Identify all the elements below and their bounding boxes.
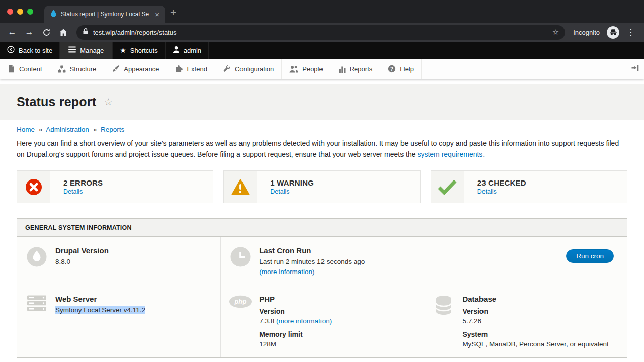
extend-icon <box>175 65 183 73</box>
menu-item-extend[interactable]: Extend <box>167 59 215 79</box>
web-server-value: Symfony Local Server v4.11.2 <box>55 306 145 314</box>
system-requirements-link[interactable]: system requirements. <box>417 150 485 158</box>
hamburger-icon <box>68 46 76 54</box>
tab-title: Status report | Symfony Local Se <box>61 11 149 18</box>
php-title: PHP <box>259 295 416 303</box>
incognito-label: Incognito <box>573 29 600 36</box>
user-icon <box>173 46 180 55</box>
breadcrumb-reports[interactable]: Reports <box>101 126 124 133</box>
browser-menu-icon[interactable]: ⋮ <box>622 27 639 38</box>
php-version-label: Version <box>259 307 416 315</box>
back-to-site-button[interactable]: Back to site <box>0 42 60 59</box>
tab-close-icon[interactable]: × <box>153 10 161 19</box>
errors-count: 2 ERRORS <box>63 178 103 187</box>
tab-strip: Status report | Symfony Local Se × + <box>0 0 644 23</box>
status-summary-cards: 2 ERRORS Details 1 WARNING Details 23 CH… <box>17 170 627 203</box>
breadcrumb-administration[interactable]: Administration <box>46 126 89 133</box>
user-account-button[interactable]: admin <box>166 42 209 59</box>
collapse-arrow-icon <box>631 64 639 73</box>
reports-icon <box>339 65 346 73</box>
drupal-toolbar: Back to site Manage ★ Shortcuts admin <box>0 42 644 59</box>
breadcrumb: Home » Administration » Reports <box>17 126 627 133</box>
window-controls <box>0 9 40 15</box>
browser-tab[interactable]: Status report | Symfony Local Se × <box>44 6 165 23</box>
status-card-warnings: 1 WARNING Details <box>223 170 420 203</box>
breadcrumb-home[interactable]: Home <box>17 126 35 133</box>
fullscreen-window-button[interactable] <box>27 9 33 15</box>
php-cell: php PHP Version 7.3.8 (more information)… <box>220 285 424 357</box>
warnings-count: 1 WARNING <box>270 178 314 187</box>
run-cron-button[interactable]: Run cron <box>566 249 614 263</box>
shortcuts-button[interactable]: ★ Shortcuts <box>113 42 165 59</box>
web-server-icon <box>25 295 48 311</box>
database-cell: Database Version 5.7.26 System MySQL, Ma… <box>424 285 627 357</box>
cron-more-information-link[interactable]: (more information) <box>259 268 314 276</box>
url-text: test.wip/admin/reports/status <box>93 29 548 36</box>
intro-text: Here you can find a short overview of yo… <box>17 139 619 158</box>
drupal-version-title: Drupal Version <box>55 246 212 255</box>
warning-icon <box>224 171 257 203</box>
main-content: Home » Administration » Reports Here you… <box>0 126 644 358</box>
database-system-label: System <box>462 330 619 338</box>
general-system-information-panel: GENERAL SYSTEM INFORMATION Drupal Versio… <box>17 218 627 358</box>
database-icon <box>432 295 455 315</box>
minimize-window-button[interactable] <box>17 9 23 15</box>
cron-title: Last Cron Run <box>259 246 559 255</box>
status-card-checked: 23 CHECKED Details <box>431 170 627 203</box>
favorite-star-icon[interactable]: ☆ <box>104 97 113 107</box>
web-server-cell: Web Server Symfony Local Server v4.11.2 <box>17 285 220 357</box>
cron-last-run: Last run 2 minutes 12 seconds ago <box>259 257 559 267</box>
page-title: Status report <box>17 95 96 109</box>
lock-icon <box>83 28 89 37</box>
url-input[interactable]: test.wip/admin/reports/status ☆ <box>76 25 565 40</box>
admin-menu-bar: Content Structure Appearance Extend Conf… <box>0 59 644 79</box>
php-memory-limit-value: 128M <box>259 339 416 349</box>
menu-item-appearance[interactable]: Appearance <box>104 59 167 79</box>
clock-icon <box>229 246 252 267</box>
close-window-button[interactable] <box>7 9 13 15</box>
php-memory-limit-label: Memory limit <box>259 330 416 338</box>
incognito-icon <box>607 26 619 39</box>
warnings-details-link[interactable]: Details <box>270 188 314 195</box>
checked-details-link[interactable]: Details <box>477 188 526 195</box>
web-server-title: Web Server <box>55 295 212 303</box>
menu-item-content[interactable]: Content <box>0 59 50 79</box>
content-icon <box>8 65 15 73</box>
checkmark-icon <box>431 171 464 203</box>
people-icon <box>289 65 298 73</box>
forward-icon[interactable]: → <box>22 25 36 39</box>
intro-paragraph: Here you can find a short overview of yo… <box>17 138 627 160</box>
menu-item-structure[interactable]: Structure <box>50 59 105 79</box>
drupal-version-value: 8.8.0 <box>55 257 212 267</box>
back-icon[interactable]: ← <box>5 25 19 39</box>
help-icon: ? <box>388 65 396 73</box>
breadcrumb-separator: » <box>93 126 97 133</box>
manage-button[interactable]: Manage <box>60 42 113 59</box>
checked-count: 23 CHECKED <box>477 178 526 187</box>
menu-item-people[interactable]: People <box>282 59 331 79</box>
reload-icon[interactable] <box>39 25 53 39</box>
structure-icon <box>58 65 66 73</box>
configuration-icon <box>223 65 231 73</box>
bookmark-star-icon[interactable]: ☆ <box>552 28 559 37</box>
php-more-information-link[interactable]: (more information) <box>276 317 332 325</box>
panel-row-2: Web Server Symfony Local Server v4.11.2 … <box>17 285 627 357</box>
appearance-icon <box>112 65 120 73</box>
back-to-site-icon <box>7 46 15 55</box>
toolbar-orientation-toggle[interactable] <box>626 59 644 79</box>
svg-text:php: php <box>234 299 247 306</box>
svg-text:?: ? <box>390 66 393 72</box>
page-header: Status report ☆ <box>0 84 644 120</box>
home-icon[interactable] <box>56 25 70 39</box>
menu-item-help[interactable]: ? Help <box>380 59 422 79</box>
database-system-value: MySQL, MariaDB, Percona Server, or equiv… <box>462 339 619 349</box>
drupal-logo-icon <box>25 246 48 267</box>
php-icon: php <box>229 295 252 308</box>
menu-item-configuration[interactable]: Configuration <box>215 59 282 79</box>
errors-details-link[interactable]: Details <box>63 188 103 195</box>
new-tab-button[interactable]: + <box>165 7 182 22</box>
database-version-value: 5.7.26 <box>462 316 619 326</box>
address-bar-row: ← → test.wip/admin/reports/status ☆ Inco… <box>0 23 644 42</box>
status-card-errors: 2 ERRORS Details <box>17 170 213 203</box>
menu-item-reports[interactable]: Reports <box>331 59 381 79</box>
